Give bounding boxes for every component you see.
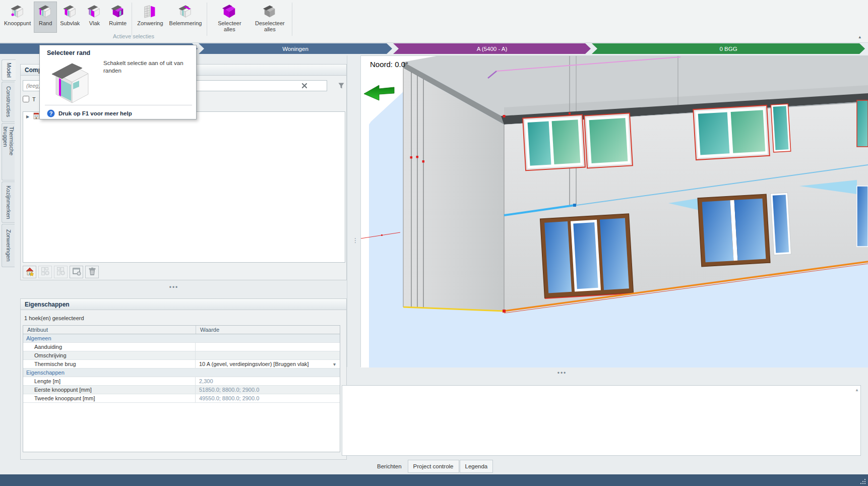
- property-row-eerste-knooppunt-mm[interactable]: Eerste knooppunt [mm]51850.0; 8800.0; 29…: [23, 386, 340, 394]
- deselecteer-alles-icon: [262, 4, 277, 19]
- side-tab-model[interactable]: Model: [2, 59, 16, 81]
- toolbar-button-selecteer-alles[interactable]: Selecteer alles: [209, 2, 250, 33]
- ribbon-toolbar: KnooppuntRandSubvlakVlakRuimteZonweringB…: [0, 0, 868, 43]
- toolbar-button-label: Ruimte: [109, 20, 127, 26]
- breadcrumb-segment-0-bgg[interactable]: 0 BGG: [592, 43, 865, 54]
- clear-filter-icon[interactable]: [301, 82, 308, 89]
- property-value[interactable]: 2,300: [196, 377, 340, 385]
- property-value[interactable]: 49550.0; 8800.0; 2900.0: [196, 394, 340, 402]
- side-tab-kozijnmerken[interactable]: Kozijnmerken: [2, 181, 15, 223]
- paste-component-button[interactable]: [54, 266, 68, 278]
- column-header-attribuut: Attribuut: [23, 327, 196, 333]
- breadcrumb-segment-label: Woningen: [282, 46, 308, 52]
- bottom-tab-strip: BerichtenProject controleLegenda: [371, 460, 493, 473]
- toolbar-button-knooppunt[interactable]: Knooppunt: [1, 2, 34, 33]
- property-value[interactable]: 10 A (gevel, verdiepingsvloer) [Bruggen …: [196, 360, 340, 368]
- property-row-thermische-brug[interactable]: Thermische brug10 A (gevel, verdiepingsv…: [23, 360, 340, 369]
- toolbar-button-label: Zonwering: [137, 20, 163, 26]
- table-header-row: AttribuutWaarde: [23, 326, 340, 334]
- property-value[interactable]: [196, 343, 340, 351]
- property-attr: Lengte [m]: [23, 377, 196, 385]
- selection-status: 1 hoek(en) geselecteerd: [21, 310, 346, 325]
- bottom-tab-legenda[interactable]: Legenda: [460, 460, 493, 473]
- side-tab-zonweringen[interactable]: Zonweringen: [2, 224, 15, 267]
- checkbox-row: T: [23, 96, 36, 102]
- tooltip-separator: [45, 105, 192, 105]
- selecteer-alles-icon: [222, 4, 237, 19]
- toolbar-button-subvlak[interactable]: Subvlak: [57, 2, 83, 33]
- copy-component-button[interactable]: [38, 266, 52, 278]
- toolbar-button-deselecteer-alles[interactable]: Deselecteer alles: [250, 2, 290, 33]
- components-tree[interactable]: ▶: [23, 111, 345, 263]
- bottom-tab-label: Berichten: [377, 463, 402, 469]
- status-bar: [0, 474, 868, 486]
- breadcrumb-segment-label: 0 BGG: [719, 46, 737, 52]
- breadcrumb-segment-label: A (5400 - A): [477, 46, 508, 52]
- toolbar-button-label: Subvlak: [60, 20, 80, 26]
- tooltip-selecteer-rand: Selecteer rand Schakelt selectie aan of …: [39, 45, 197, 119]
- breadcrumb-segment-woningen[interactable]: Woningen: [199, 43, 392, 54]
- property-value[interactable]: [196, 351, 340, 359]
- add-component-button[interactable]: [23, 266, 36, 278]
- property-row-lengte-m[interactable]: Lengte [m]2,300: [23, 377, 340, 386]
- tree-expander-icon[interactable]: ▶: [26, 114, 32, 119]
- property-row-omschrijving[interactable]: Omschrijving: [23, 351, 340, 360]
- side-tab-constructies[interactable]: Constructies: [2, 82, 15, 122]
- dropdown-arrow-icon[interactable]: ▾: [333, 361, 336, 367]
- toolbar-button-ruimte[interactable]: Ruimte: [106, 2, 130, 33]
- side-tab-label: Model: [6, 63, 12, 78]
- property-attr: Eerste knooppunt [mm]: [23, 386, 196, 394]
- filter-checkbox[interactable]: [23, 96, 29, 102]
- toolbar-button-rand[interactable]: Rand: [34, 2, 57, 33]
- building-model-scene: [361, 56, 868, 368]
- resize-grip-icon[interactable]: [860, 478, 866, 484]
- scroll-up-icon[interactable]: ▲: [855, 388, 859, 392]
- toolbar-button-label: Knooppunt: [4, 20, 31, 26]
- panel-gear-2-icon: [56, 266, 66, 278]
- side-tab-thermische-bruggen[interactable]: Thermische bruggen: [2, 123, 15, 180]
- tooltip-footer: ? Druk op F1 voor meer help: [47, 109, 132, 117]
- filter-funnel-icon[interactable]: [337, 82, 345, 90]
- property-row-aanduiding[interactable]: Aanduiding: [23, 343, 340, 351]
- bottom-tab-label: Legenda: [465, 463, 488, 469]
- toolbar-button-label: Belemmering: [169, 20, 202, 26]
- toolbar-button-belemmering[interactable]: Belemmering: [166, 2, 205, 33]
- trash-icon: [87, 266, 97, 278]
- ribbon-collapse-icon[interactable]: ▴: [858, 34, 861, 39]
- messages-box[interactable]: ▲: [342, 385, 861, 456]
- zonwering-icon: [143, 4, 158, 19]
- toolbar-button-zonwering[interactable]: Zonwering: [134, 2, 166, 33]
- property-row-tweede-knooppunt-mm[interactable]: Tweede knooppunt [mm]49550.0; 8800.0; 29…: [23, 394, 340, 403]
- property-value[interactable]: 51850.0; 8800.0; 2900.0: [196, 386, 340, 394]
- rand-icon: [38, 4, 53, 19]
- toolbar-separator: [207, 3, 207, 36]
- bottom-tab-berichten[interactable]: Berichten: [371, 460, 407, 473]
- component-action-buttons: [23, 266, 101, 278]
- 3d-viewport[interactable]: Noord: 0.0°: [361, 55, 868, 367]
- panel-splitter[interactable]: •••: [166, 285, 181, 291]
- belemmering-icon: [178, 4, 193, 19]
- toolbar-separator: [132, 3, 132, 36]
- property-group-algemeen: Algemeen: [23, 334, 340, 343]
- breadcrumb-segment-a-5400-a[interactable]: A (5400 - A): [393, 43, 591, 54]
- properties-panel-title: Eigenschappen: [21, 299, 346, 310]
- toolbar-separator: [292, 3, 292, 36]
- toolbar-button-vlak[interactable]: Vlak: [83, 2, 106, 33]
- edit-component-button[interactable]: [70, 266, 83, 278]
- property-attr: Thermische brug: [23, 360, 196, 368]
- viewport-splitter[interactable]: •••: [554, 371, 570, 377]
- toolbar-button-label: Selecteer alles: [212, 20, 246, 32]
- property-attr: Aanduiding: [23, 343, 196, 351]
- side-tab-label: Constructies: [6, 86, 12, 117]
- bottom-tab-project-controle[interactable]: Project controle: [408, 460, 459, 473]
- ruimte-icon: [110, 4, 126, 19]
- rand-cube-illustration-icon: [48, 58, 94, 107]
- application-window: KnooppuntRandSubvlakVlakRuimteZonweringB…: [0, 0, 868, 486]
- side-tab-label: Kozijnmerken: [6, 186, 12, 219]
- vertical-splitter[interactable]: ⋮: [347, 55, 361, 367]
- delete-component-button[interactable]: [85, 266, 99, 278]
- panel-gear-icon: [40, 266, 50, 278]
- frame-gear-icon: [72, 266, 82, 278]
- toolbar-button-label: Deselecteer alles: [253, 20, 287, 32]
- help-icon: ?: [47, 109, 55, 117]
